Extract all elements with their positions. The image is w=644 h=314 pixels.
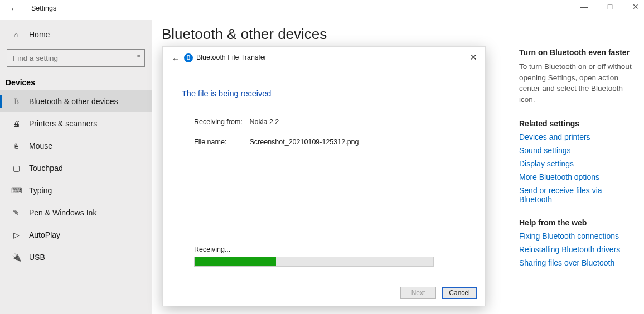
- file-name-value: Screenshot_20210109-125312.png: [249, 138, 359, 146]
- receiving-status: Receiving...: [194, 246, 230, 253]
- home-icon: ⌂: [11, 30, 21, 39]
- app-title: Settings: [31, 4, 56, 12]
- usb-icon: 🔌: [11, 253, 21, 262]
- window-minimize-button[interactable]: —: [579, 2, 589, 11]
- next-button: Next: [400, 287, 436, 299]
- back-icon[interactable]: ←: [10, 4, 18, 13]
- pen-icon: ✎: [11, 208, 21, 217]
- link-fixing-bluetooth[interactable]: Fixing Bluetooth connections: [519, 232, 632, 241]
- mouse-icon: 🖱: [11, 141, 21, 150]
- sidebar: ⌂ Home ⷲ︎ Devices 𝔹 Bluetooth & other de…: [0, 20, 152, 314]
- page-title: Bluetooth & other devices: [162, 26, 644, 43]
- dialog-title: Bluetooth File Transfer: [196, 53, 267, 61]
- sidebar-home[interactable]: ⌂ Home: [0, 23, 152, 46]
- printer-icon: 🖨: [11, 119, 21, 128]
- autoplay-icon: ▷: [11, 230, 21, 239]
- tip-body: To turn Bluetooth on or off without open…: [519, 61, 632, 105]
- sidebar-item-label: Typing: [29, 186, 52, 195]
- sidebar-item-bluetooth[interactable]: 𝔹 Bluetooth & other devices: [0, 90, 152, 112]
- sidebar-home-label: Home: [29, 30, 50, 39]
- touchpad-icon: ▢: [11, 164, 21, 173]
- progress-bar: [194, 257, 434, 267]
- sidebar-item-label: Pen & Windows Ink: [29, 208, 96, 217]
- link-display-settings[interactable]: Display settings: [519, 159, 632, 168]
- link-devices-and-printers[interactable]: Devices and printers: [519, 133, 632, 141]
- bluetooth-file-transfer-dialog: ← B Bluetooth File Transfer ✕ The file i…: [162, 46, 486, 306]
- keyboard-icon: ⌨: [11, 186, 21, 195]
- receiving-from-value: Nokia 2.2: [249, 118, 279, 126]
- sidebar-item-pen[interactable]: ✎ Pen & Windows Ink: [0, 202, 152, 224]
- link-sound-settings[interactable]: Sound settings: [519, 146, 632, 155]
- related-heading: Related settings: [519, 119, 632, 128]
- file-name-label: File name:: [194, 138, 248, 146]
- sidebar-item-touchpad[interactable]: ▢ Touchpad: [0, 157, 152, 179]
- link-send-receive-bluetooth[interactable]: Send or receive files via Bluetooth: [519, 186, 632, 204]
- search-input[interactable]: [12, 53, 140, 63]
- sidebar-item-label: Mouse: [29, 141, 52, 150]
- progress-bar-fill: [195, 257, 276, 266]
- window-maximize-button[interactable]: □: [605, 2, 615, 11]
- dialog-close-button[interactable]: ✕: [470, 52, 477, 62]
- sidebar-item-mouse[interactable]: 🖱 Mouse: [0, 135, 152, 157]
- receiving-from-label: Receiving from:: [194, 118, 248, 126]
- sidebar-item-typing[interactable]: ⌨ Typing: [0, 179, 152, 202]
- right-column: Turn on Bluetooth even faster To turn Bl…: [519, 45, 632, 282]
- bluetooth-icon: 𝔹: [11, 97, 21, 106]
- window-close-button[interactable]: ✕: [631, 2, 641, 11]
- sidebar-item-autoplay[interactable]: ▷ AutoPlay: [0, 224, 152, 246]
- sidebar-item-label: Touchpad: [29, 164, 63, 173]
- sidebar-section-label: Devices: [0, 69, 152, 90]
- dialog-subtitle: The file is being received: [182, 89, 271, 98]
- link-sharing-files-bluetooth[interactable]: Sharing files over Bluetooth: [519, 258, 632, 267]
- link-more-bluetooth-options[interactable]: More Bluetooth options: [519, 173, 632, 181]
- dialog-back-icon[interactable]: ←: [172, 55, 180, 63]
- sidebar-item-usb[interactable]: 🔌 USB: [0, 246, 152, 268]
- sidebar-item-printers[interactable]: 🖨 Printers & scanners: [0, 112, 152, 135]
- sidebar-item-label: USB: [29, 253, 45, 262]
- tip-heading: Turn on Bluetooth even faster: [519, 48, 632, 57]
- bluetooth-badge-icon: B: [184, 53, 193, 62]
- link-reinstalling-drivers[interactable]: Reinstalling Bluetooth drivers: [519, 245, 632, 254]
- sidebar-item-label: Printers & scanners: [29, 119, 97, 128]
- help-heading: Help from the web: [519, 218, 632, 227]
- sidebar-item-label: Bluetooth & other devices: [29, 97, 118, 106]
- cancel-button[interactable]: Cancel: [442, 287, 477, 299]
- sidebar-item-label: AutoPlay: [29, 230, 60, 239]
- search-input-container[interactable]: ⷲ︎: [7, 49, 145, 67]
